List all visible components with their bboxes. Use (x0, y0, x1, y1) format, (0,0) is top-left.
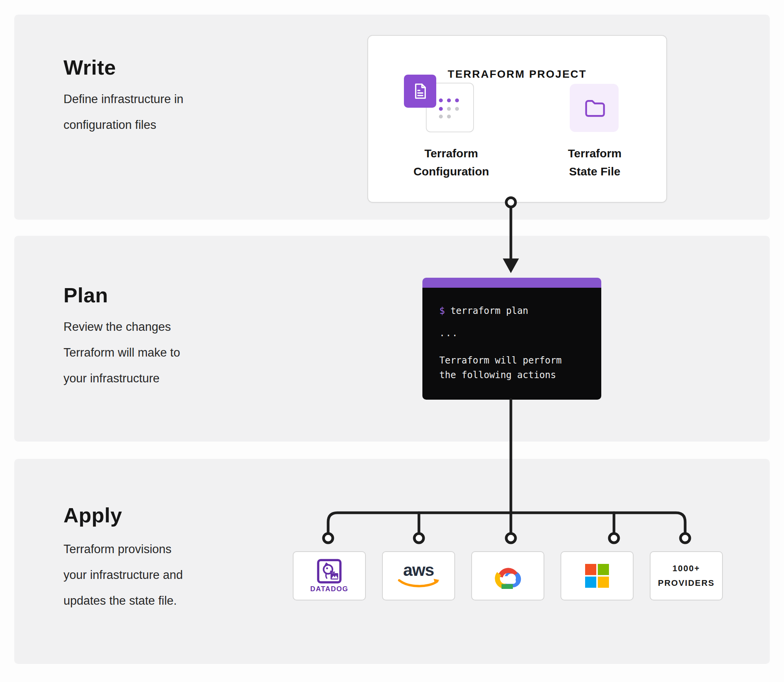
plan-description-line: Terraform will make to (63, 340, 264, 365)
grid-dot (439, 98, 443, 102)
plan-description-line: Review the changes (63, 314, 264, 340)
grid-dot (439, 107, 443, 111)
terminal-output-line: the following actions (439, 368, 591, 382)
terminal-ellipsis: ... (439, 328, 591, 338)
apply-description-line: updates the state file. (63, 588, 264, 614)
grid-dot (439, 115, 443, 118)
grid-dot (455, 107, 459, 111)
write-description-line: Define infrastructure in (63, 86, 264, 112)
write-heading: Write (63, 55, 116, 79)
google-cloud-logo (493, 563, 523, 589)
apply-description: Terraform provisions your infrastructure… (63, 536, 264, 614)
grid-dot (447, 115, 451, 118)
terminal-window: $ terraform plan ... Terraform will perf… (422, 278, 601, 400)
apply-description-line: Terraform provisions (63, 536, 264, 562)
aws-smile-icon (397, 578, 440, 589)
configuration-label: Terraform Configuration (397, 144, 505, 180)
more-providers-label: 1000+ PROVIDERS (658, 561, 715, 590)
state-file-label: Terraform State File (541, 144, 649, 180)
state-file-label-line: State File (541, 162, 649, 180)
terminal-body: $ terraform plan ... Terraform will perf… (422, 288, 601, 400)
more-providers-line: 1000+ (658, 561, 715, 576)
provider-card-google-cloud (471, 551, 544, 600)
grid-dot (455, 98, 459, 102)
aws-wordmark: aws (403, 563, 434, 577)
provider-card-datadog: DATADOG (293, 551, 366, 600)
write-description: Define infrastructure in configuration f… (63, 86, 264, 138)
apply-heading: Apply (63, 503, 122, 527)
terminal-output-line: Terraform will perform (439, 353, 591, 368)
apply-description-line: your infrastructure and (63, 562, 264, 588)
configuration-label-line: Terraform (397, 144, 505, 162)
write-description-line: configuration files (63, 112, 264, 138)
terminal-prompt: $ (439, 305, 445, 316)
terminal-command-line: $ terraform plan (439, 305, 591, 316)
configuration-label-line: Configuration (397, 162, 505, 180)
provider-card-aws: aws (382, 551, 455, 600)
terminal-title-bar (422, 278, 601, 288)
datadog-logo (317, 559, 342, 584)
state-file-label-line: Terraform (541, 144, 649, 162)
terminal-command: terraform plan (450, 305, 528, 316)
plan-description: Review the changes Terraform will make t… (63, 314, 264, 391)
provider-card-1000-plus: 1000+ PROVIDERS (650, 551, 723, 600)
state-file-tile (570, 84, 619, 132)
terraform-project-card: TERRAFORM PROJECT (367, 35, 667, 203)
datadog-wordmark: DATADOG (310, 585, 349, 593)
configuration-document-tile (404, 75, 436, 108)
terraform-workflow-diagram: Write Define infrastructure in configura… (0, 0, 784, 682)
folder-icon (583, 98, 606, 118)
grid-dot (447, 98, 451, 102)
plan-heading: Plan (63, 283, 108, 307)
terminal-output: Terraform will perform the following act… (439, 353, 591, 382)
grid-dot (447, 107, 451, 111)
provider-card-microsoft (560, 551, 634, 600)
microsoft-logo (585, 564, 609, 588)
plan-description-line: your infrastructure (63, 365, 264, 391)
document-icon (413, 82, 427, 100)
more-providers-line: PROVIDERS (658, 576, 715, 590)
